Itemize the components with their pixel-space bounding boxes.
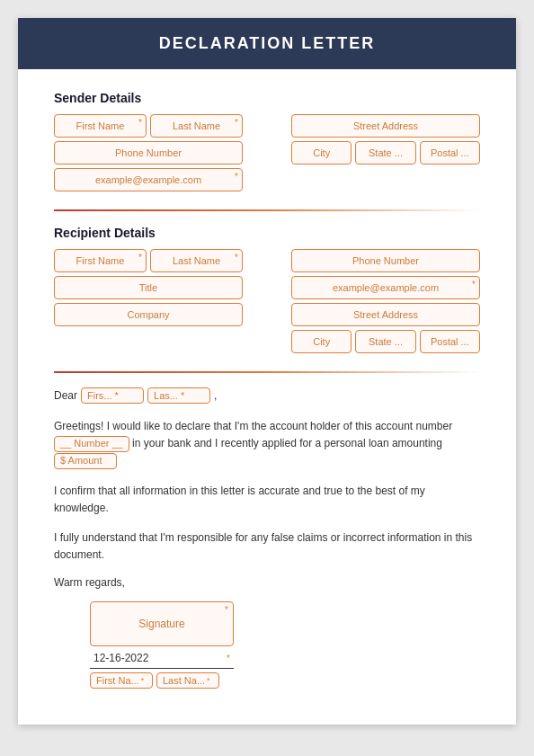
amount-field[interactable]: $ Amount	[54, 453, 117, 469]
body-paragraph-3: I fully understand that I'm responsible …	[54, 529, 480, 564]
sender-first-name[interactable]: First Name *	[54, 114, 147, 138]
recipient-left-col: First Name * Last Name * Title Company	[54, 249, 243, 353]
date-field[interactable]: 12-16-2022 *	[90, 648, 234, 669]
dear-first-name[interactable]: Firs... *	[81, 387, 144, 404]
sender-left-col: First Name * Last Name * Phone Number ex…	[54, 114, 243, 191]
recipient-company[interactable]: Company	[54, 303, 243, 326]
body-paragraph-1: Greetings! I would like to declare that …	[54, 418, 480, 470]
signature-box[interactable]: Signature *	[90, 601, 234, 646]
divider-sender	[54, 209, 480, 211]
document-title: DECLARATION LETTER	[18, 34, 516, 53]
sender-right-col: Street Address City State ... Postal ...	[291, 114, 480, 191]
recipient-name-row: First Name * Last Name *	[54, 249, 243, 272]
dear-last-name[interactable]: Las... *	[147, 387, 210, 404]
header-bar: DECLARATION LETTER	[18, 18, 516, 69]
recipient-city[interactable]: City	[291, 330, 352, 353]
sender-state[interactable]: State ...	[355, 141, 415, 165]
account-number-field[interactable]: __ Number __	[54, 436, 129, 452]
required-indicator: *	[138, 253, 142, 262]
dear-line: Dear Firs... * Las... * ,	[54, 387, 480, 404]
signature-area: Signature * 12-16-2022 * First Na... * L…	[54, 601, 480, 689]
sender-section: Sender Details First Name * Last Name *	[54, 91, 480, 191]
sender-city[interactable]: City	[291, 141, 352, 165]
warm-regards: Warm regards,	[54, 576, 480, 589]
signer-name-row: First Na... * Last Na... *	[90, 672, 480, 689]
recipient-section-title: Recipient Details	[54, 226, 480, 240]
divider-recipient	[54, 371, 480, 373]
sender-phone[interactable]: Phone Number	[54, 141, 243, 165]
required-indicator: *	[141, 676, 145, 685]
required-indicator: *	[235, 172, 238, 182]
recipient-email[interactable]: example@example.com *	[291, 276, 480, 299]
sender-name-row: First Name * Last Name *	[54, 114, 243, 138]
sender-last-name[interactable]: Last Name *	[150, 114, 243, 138]
required-indicator: *	[207, 676, 210, 685]
sender-email[interactable]: example@example.com *	[54, 168, 243, 191]
recipient-city-state-row: City State ... Postal ...	[291, 330, 480, 353]
sender-street[interactable]: Street Address	[291, 114, 480, 138]
recipient-last-name[interactable]: Last Name *	[150, 249, 243, 272]
document-page: DECLARATION LETTER Sender Details First …	[18, 18, 516, 725]
required-indicator: *	[472, 280, 476, 289]
recipient-first-name[interactable]: First Name *	[54, 249, 147, 272]
sender-postal[interactable]: Postal ...	[420, 141, 480, 165]
required-indicator: *	[227, 654, 230, 663]
recipient-state[interactable]: State ...	[355, 330, 415, 353]
recipient-fields: First Name * Last Name * Title Company	[54, 249, 480, 353]
sender-city-state-row: City State ... Postal ...	[291, 141, 480, 165]
recipient-section: Recipient Details First Name * Last Name…	[54, 226, 480, 353]
recipient-title[interactable]: Title	[54, 276, 243, 299]
signer-first-name[interactable]: First Na... *	[90, 672, 153, 689]
recipient-phone[interactable]: Phone Number	[291, 249, 480, 272]
signer-last-name[interactable]: Last Na... *	[156, 672, 219, 689]
recipient-postal[interactable]: Postal ...	[420, 330, 480, 353]
recipient-street[interactable]: Street Address	[291, 303, 480, 326]
sender-fields: First Name * Last Name * Phone Number ex…	[54, 114, 480, 191]
content-area: Sender Details First Name * Last Name *	[18, 91, 516, 689]
recipient-right-col: Phone Number example@example.com * Stree…	[291, 249, 480, 353]
sender-section-title: Sender Details	[54, 91, 480, 105]
required-indicator: *	[138, 118, 142, 128]
required-indicator: *	[235, 118, 238, 128]
dear-label: Dear	[54, 389, 77, 402]
required-indicator: *	[235, 253, 238, 262]
body-paragraph-2: I confirm that all information in this l…	[54, 483, 480, 517]
required-indicator: *	[225, 605, 228, 615]
